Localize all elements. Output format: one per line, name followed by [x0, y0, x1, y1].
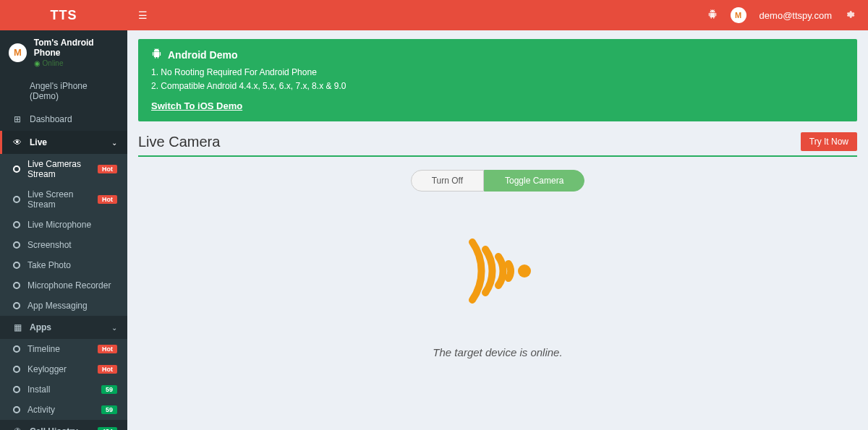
- sidebar-item-keylogger[interactable]: Keylogger Hot: [0, 359, 127, 379]
- bullet-icon: [13, 366, 20, 373]
- bullet-icon: [13, 262, 20, 269]
- switch-demo-link[interactable]: Switch To iOS Demo: [151, 100, 242, 111]
- sidebar-item-mic-recorder[interactable]: Microphone Recorder: [0, 275, 127, 296]
- android-icon[interactable]: [707, 9, 718, 22]
- live-icon: 👁: [12, 137, 22, 147]
- device-online-status: The target device is online.: [138, 346, 857, 358]
- bullet-icon: [13, 241, 20, 249]
- device-name: Tom's Android Phone: [34, 38, 119, 58]
- bullet-icon: [13, 345, 20, 353]
- sidebar-item-timeline[interactable]: Timeline Hot: [0, 339, 127, 359]
- device-avatar: M: [9, 43, 27, 62]
- sidebar: M Tom's Android Phone ◉ Online Angel's i…: [0, 30, 127, 430]
- demo-banner: Android Demo 1. No Rooting Required For …: [138, 39, 857, 121]
- menu-toggle-icon[interactable]: ☰: [138, 9, 148, 21]
- apps-icon: ▦: [12, 322, 22, 332]
- sidebar-item-dashboard[interactable]: ⊞ Dashboard: [0, 108, 127, 131]
- chevron-down-icon: ⌄: [111, 139, 117, 147]
- sidebar-item-activity[interactable]: Activity 59: [0, 400, 127, 420]
- bullet-icon: [13, 165, 20, 173]
- bullet-icon: [13, 386, 20, 393]
- banner-line: 1. No Rooting Required For Android Phone: [151, 66, 844, 79]
- page-title: Live Camera: [138, 134, 220, 150]
- sidebar-item-take-photo[interactable]: Take Photo: [0, 255, 127, 275]
- main-content: Android Demo 1. No Rooting Required For …: [127, 30, 868, 430]
- sidebar-item-live-screen[interactable]: Live Screen Stream Hot: [0, 184, 127, 215]
- user-email[interactable]: demo@ttspy.com: [760, 10, 832, 21]
- sidebar-section-live[interactable]: 👁 Live ⌄: [0, 131, 127, 154]
- dashboard-icon: ⊞: [12, 114, 22, 124]
- toggle-camera-button[interactable]: Toggle Camera: [484, 170, 584, 192]
- bullet-icon: [13, 196, 20, 203]
- device-status: ◉ Online: [34, 59, 119, 67]
- bullet-icon: [13, 302, 20, 309]
- bullet-icon: [13, 221, 20, 228]
- bullet-icon: [13, 282, 20, 289]
- top-bar: TTS ☰ M demo@ttspy.com: [0, 0, 868, 30]
- signal-icon: [458, 235, 537, 310]
- divider: [138, 155, 857, 157]
- settings-icon[interactable]: [845, 9, 855, 22]
- bullet-icon: [13, 406, 20, 413]
- user-avatar[interactable]: M: [731, 7, 746, 23]
- device-header: M Tom's Android Phone ◉ Online: [0, 30, 127, 74]
- sidebar-item-live-mic[interactable]: Live Microphone: [0, 215, 127, 235]
- sidebar-item-screenshot[interactable]: Screenshot: [0, 235, 127, 255]
- sidebar-item-app-messaging[interactable]: App Messaging: [0, 296, 127, 316]
- sidebar-item-live-cameras[interactable]: Live Cameras Stream Hot: [0, 154, 127, 184]
- try-it-now-button[interactable]: Try It Now: [801, 132, 857, 151]
- sidebar-item-install[interactable]: Install 59: [0, 379, 127, 400]
- turn-off-button[interactable]: Turn Off: [411, 170, 484, 192]
- brand-logo[interactable]: TTS: [0, 8, 127, 23]
- chevron-down-icon: ⌄: [111, 324, 117, 332]
- sidebar-item-call-history[interactable]: ✆ Call Hisotry 484: [0, 420, 127, 430]
- sidebar-section-apps[interactable]: ▦ Apps ⌄: [0, 316, 127, 339]
- sidebar-item-demo-device[interactable]: Angel's iPhone (Demo): [0, 74, 127, 108]
- banner-line: 2. Compatible Android 4.4.x, 5.x, 6.x, 7…: [151, 79, 844, 93]
- phone-icon: ✆: [12, 426, 22, 430]
- svg-point-0: [518, 265, 531, 278]
- android-icon: [151, 48, 162, 61]
